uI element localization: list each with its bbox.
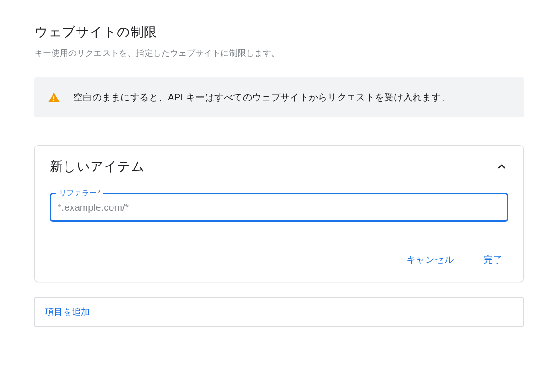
chevron-up-icon[interactable] [495,160,508,173]
cancel-button[interactable]: キャンセル [405,250,456,270]
warning-banner: 空白のままにすると、API キーはすべてのウェブサイトからリクエストを受け入れま… [34,77,524,117]
website-restrictions-section: ウェブサイトの制限 キー使用のリクエストを、指定したウェブサイトに制限します。 … [34,23,524,327]
warning-message: 空白のままにすると、API キーはすべてのウェブサイトからリクエストを受け入れま… [73,88,450,106]
svg-rect-0 [53,96,54,99]
section-title: ウェブサイトの制限 [34,23,524,41]
referrer-label-text: リファラー [59,189,97,197]
card-title: 新しいアイテム [50,158,145,175]
card-actions: キャンセル 完了 [50,250,508,270]
add-item-button[interactable]: 項目を追加 [45,306,90,318]
svg-rect-1 [53,100,54,101]
card-header[interactable]: 新しいアイテム [50,158,508,175]
done-button[interactable]: 完了 [482,250,505,270]
referrer-input[interactable] [50,193,508,222]
add-item-bar[interactable]: 項目を追加 [34,297,524,327]
section-subtitle: キー使用のリクエストを、指定したウェブサイトに制限します。 [34,47,524,59]
new-item-card: 新しいアイテム リファラー* キャンセル 完了 [34,145,524,282]
warning-icon [47,91,60,104]
referrer-field: リファラー* [50,193,508,222]
referrer-label: リファラー* [56,188,103,198]
required-mark: * [98,189,100,197]
